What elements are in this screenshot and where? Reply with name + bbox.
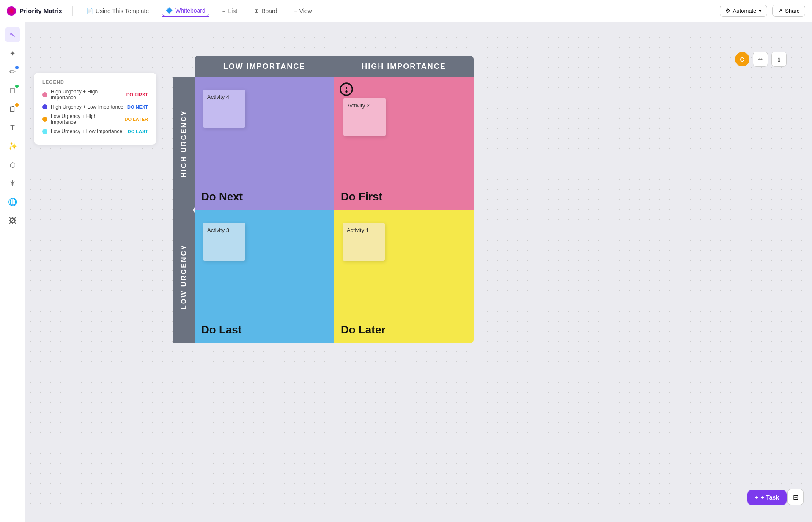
tab-add-view-label: + View xyxy=(294,8,312,14)
do-last-label: Do Last xyxy=(201,323,241,336)
text-icon: T xyxy=(10,123,14,132)
do-first-label: Do First xyxy=(341,190,382,203)
tab-using-template-label: Using This Template xyxy=(96,8,149,14)
sticky-activity4[interactable]: Activity 4 xyxy=(203,90,245,128)
active-tab-indicator xyxy=(162,16,209,17)
sticky-activity1-label: Activity 1 xyxy=(347,227,369,233)
automate-button[interactable]: ⚙ Automate ▾ xyxy=(720,5,768,17)
main-canvas[interactable]: LEGEND High Urgency + High Importance DO… xyxy=(25,22,812,522)
nav-right: ⚙ Automate ▾ ↗ Share xyxy=(720,5,805,17)
do-next-label: Do Next xyxy=(201,190,243,203)
sidebar-item-magic[interactable]: ✨ xyxy=(5,139,20,154)
automate-icon: ⚙ xyxy=(725,8,730,14)
shape-icon: □ xyxy=(10,86,15,95)
tab-list-label: List xyxy=(228,8,237,14)
share-icon: ↗ xyxy=(778,8,782,14)
sidebar-item-text[interactable]: T xyxy=(5,120,20,135)
nav-divider xyxy=(72,6,73,16)
matrix-corner xyxy=(173,56,195,77)
priority-matrix: LOW IMPORTANCE HIGH IMPORTANCE HIGH URGE… xyxy=(173,56,474,343)
do-later-label: Do Later xyxy=(341,323,385,336)
grid-view-button[interactable]: ⊞ xyxy=(787,489,804,505)
sticky-activity1[interactable]: Activity 1 xyxy=(343,223,385,261)
cursor-icon: ↖ xyxy=(9,30,16,39)
sidebar-item-cursor[interactable]: ↖ xyxy=(5,27,20,42)
sticky-activity4-label: Activity 4 xyxy=(207,94,229,100)
sidebar-item-globe[interactable]: 🌐 xyxy=(5,194,20,210)
sidebar-item-ai[interactable]: ✦ xyxy=(5,46,20,61)
user-avatar[interactable]: C xyxy=(735,52,749,66)
magic-icon: ✨ xyxy=(8,142,17,151)
shape-dot xyxy=(15,85,19,88)
list-icon: ≡ xyxy=(222,8,226,14)
app-logo[interactable]: Priority Matrix xyxy=(7,6,62,16)
sidebar-item-image[interactable]: 🖼 xyxy=(5,213,20,228)
image-icon: 🖼 xyxy=(9,216,16,225)
tab-list[interactable]: ≡ List xyxy=(219,6,241,16)
network-icon: ⬡ xyxy=(10,161,16,169)
note-icon: 🗒 xyxy=(9,105,16,114)
note-dot xyxy=(15,103,19,107)
legend-item-do-later: Low Urgency + High Importance DO LATER xyxy=(42,113,148,125)
sidebar-item-transform[interactable]: ✳ xyxy=(5,176,20,191)
sticky-activity2-label: Activity 2 xyxy=(348,102,370,109)
template-icon: 📄 xyxy=(86,8,93,14)
svg-point-2 xyxy=(346,91,347,92)
sticky-activity3[interactable]: Activity 3 xyxy=(203,223,245,261)
info-button[interactable]: ℹ xyxy=(771,52,787,67)
legend-item-do-next: High Urgency + Low Importance DO NEXT xyxy=(42,104,148,110)
add-task-label: + Task xyxy=(761,494,779,501)
tab-board[interactable]: ⊞ Board xyxy=(251,6,280,16)
share-label: Share xyxy=(785,8,800,14)
sidebar-item-shape[interactable]: □ xyxy=(5,83,20,98)
legend-badge-do-later: DO LATER xyxy=(125,117,148,122)
info-icon: ℹ xyxy=(778,55,780,63)
globe-icon: 🌐 xyxy=(8,197,17,207)
legend-badge-do-first: DO FIRST xyxy=(126,92,148,97)
board-icon: ⊞ xyxy=(254,8,259,14)
add-task-button[interactable]: + + Task xyxy=(747,490,787,505)
fit-to-screen-button[interactable]: ↔ xyxy=(753,52,768,67)
sidebar-item-pen[interactable]: ✏ xyxy=(5,64,20,79)
legend-item-do-last: Low Urgency + Low Importance DO LAST xyxy=(42,128,148,134)
legend-dot-do-later xyxy=(42,117,47,122)
quadrant-do-later[interactable]: Activity 1 Do Later xyxy=(334,210,474,343)
alert-icon xyxy=(339,82,354,99)
sidebar-item-note[interactable]: 🗒 xyxy=(5,101,20,117)
row-header-high-urgency: HIGH URGENCY xyxy=(173,77,195,210)
legend-badge-do-next: DO NEXT xyxy=(127,104,148,109)
pen-dot xyxy=(15,66,19,69)
logo-icon xyxy=(7,6,16,16)
legend-dot-do-first xyxy=(42,92,47,97)
add-task-plus-icon: + xyxy=(755,494,758,501)
share-button[interactable]: ↗ Share xyxy=(772,5,805,17)
legend-panel: LEGEND High Urgency + High Importance DO… xyxy=(34,73,156,145)
pen-icon: ✏ xyxy=(9,67,16,77)
tab-board-label: Board xyxy=(261,8,277,14)
quadrant-do-next[interactable]: Activity 4 Do Next xyxy=(195,77,334,210)
transform-icon: ✳ xyxy=(9,179,16,188)
row-header-low-urgency: LOW URGENCY xyxy=(173,210,195,343)
legend-dot-do-next xyxy=(42,104,47,109)
legend-label-do-later: Low Urgency + High Importance xyxy=(51,113,121,125)
quadrant-do-last[interactable]: Activity 3 Do Last xyxy=(195,210,334,343)
ai-icon: ✦ xyxy=(10,49,15,57)
col-header-high-importance: HIGH IMPORTANCE xyxy=(334,56,474,77)
sticky-activity2[interactable]: Activity 2 xyxy=(343,98,386,136)
top-navigation: Priority Matrix 📄 Using This Template 🔷 … xyxy=(0,0,812,22)
legend-label-do-last: Low Urgency + Low Importance xyxy=(51,128,124,134)
automate-label: Automate xyxy=(733,8,757,14)
quadrant-do-first[interactable]: Activity 2 Do First xyxy=(334,77,474,210)
tab-add-view[interactable]: + View xyxy=(291,6,315,16)
tab-whiteboard[interactable]: 🔷 Whiteboard xyxy=(162,5,209,16)
app-title: Priority Matrix xyxy=(19,7,62,14)
topright-controls: C ↔ ℹ xyxy=(735,52,787,67)
sidebar-item-network[interactable]: ⬡ xyxy=(5,157,20,172)
col-header-low-importance: LOW IMPORTANCE xyxy=(195,56,334,77)
tab-using-template[interactable]: 📄 Using This Template xyxy=(83,6,152,16)
legend-title: LEGEND xyxy=(42,79,148,85)
sticky-activity3-label: Activity 3 xyxy=(207,227,229,233)
legend-dot-do-last xyxy=(42,129,47,134)
legend-label-do-first: High Urgency + High Importance xyxy=(51,89,123,101)
legend-badge-do-last: DO LAST xyxy=(128,129,148,134)
